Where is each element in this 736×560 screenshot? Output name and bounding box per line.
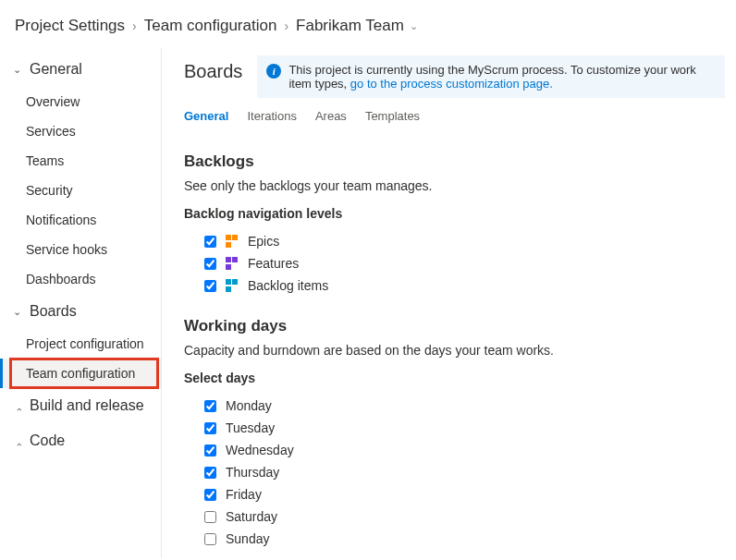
sidebar-item-service-hooks[interactable]: Service hooks [0,235,161,264]
backlogs-desc: See only the backlogs your team manages. [184,178,725,193]
day-row: Monday [184,395,725,417]
sidebar-group-label: General [30,61,82,78]
day-row: Wednesday [184,439,725,461]
day-label: Friday [226,487,262,502]
day-checkbox[interactable] [204,400,216,412]
sidebar-item-notifications[interactable]: Notifications [0,205,161,235]
day-checkbox[interactable] [204,489,216,501]
breadcrumb-team: Fabrikam Team [296,17,404,35]
backlog-level-label: Epics [248,234,279,249]
workingdays-heading: Working days [184,317,725,335]
highlight-box [9,358,159,389]
sidebar-group-build-and-release[interactable]: ›Build and release [0,388,161,423]
workingdays-desc: Capacity and burndown are based on the d… [184,343,725,358]
workingdays-section: Working days Capacity and burndown are b… [184,317,725,550]
sidebar-item-overview[interactable]: Overview [0,87,161,116]
sidebar-group-label: Boards [30,303,77,320]
sidebar-group-general[interactable]: ⌄General [0,52,161,87]
day-row: Thursday [184,461,725,483]
backlog-level-checkbox[interactable] [204,236,216,248]
day-checkbox[interactable] [204,422,216,434]
main-content: Boards i This project is currently using… [162,48,736,558]
chevron-icon: › [13,435,24,446]
day-checkbox[interactable] [204,533,216,545]
chevron-icon: ⌄ [13,64,24,76]
breadcrumb: Project Settings › Team configuration › … [0,0,736,48]
page-title: Boards [184,55,242,82]
features-icon [226,257,239,270]
day-row: Sunday [184,528,725,550]
backlog-levels-subhead: Backlog navigation levels [184,206,725,221]
chevron-right-icon: › [132,18,137,33]
tab-iterations[interactable]: Iterations [247,109,296,123]
sidebar-group-boards[interactable]: ⌄Boards [0,294,161,329]
backlog-icon [226,279,239,292]
info-banner: i This project is currently using the My… [257,55,725,98]
day-label: Tuesday [226,420,275,435]
info-banner-text: This project is currently using the MySc… [288,63,716,91]
breadcrumb-mid[interactable]: Team configuration [144,17,277,35]
day-row: Friday [184,483,725,505]
chevron-right-icon: › [284,18,288,33]
tab-templates[interactable]: Templates [365,109,420,123]
backlog-level-label: Features [248,256,299,271]
day-label: Thursday [226,465,279,480]
sidebar-item-security[interactable]: Security [0,176,161,205]
day-label: Wednesday [226,443,294,457]
sidebar-item-project-configuration[interactable]: Project configuration [0,329,161,359]
tabs: GeneralIterationsAreasTemplates [184,103,725,132]
backlogs-heading: Backlogs [184,152,725,171]
tab-areas[interactable]: Areas [315,109,347,123]
day-row: Saturday [184,505,725,528]
sidebar-group-label: Code [30,432,65,449]
sidebar-item-teams[interactable]: Teams [0,146,161,176]
sidebar-item-dashboards[interactable]: Dashboards [0,264,161,294]
day-label: Monday [226,398,272,413]
chevron-down-icon: ⌄ [410,20,418,32]
epics-icon [226,235,239,248]
day-label: Saturday [226,509,277,524]
chevron-icon: ⌄ [13,306,24,318]
info-icon: i [266,64,281,79]
day-label: Sunday [226,531,269,546]
day-checkbox[interactable] [204,467,216,479]
backlog-level-label: Backlog items [248,278,328,293]
process-customization-link[interactable]: go to the process customization page. [350,77,553,91]
sidebar-group-label: Build and release [30,397,144,414]
sidebar-item-services[interactable]: Services [0,116,161,146]
sidebar: ⌄GeneralOverviewServicesTeamsSecurityNot… [0,48,162,558]
select-days-subhead: Select days [184,371,725,385]
tab-general[interactable]: General [184,109,228,123]
backlog-level-row: Features [184,252,725,274]
sidebar-item-team-configuration[interactable]: Team configuration [0,359,161,388]
team-dropdown[interactable]: Fabrikam Team ⌄ [296,17,418,35]
chevron-icon: › [13,400,24,411]
backlogs-section: Backlogs See only the backlogs your team… [184,152,725,297]
day-checkbox[interactable] [204,444,216,457]
day-row: Tuesday [184,417,725,439]
day-checkbox[interactable] [204,511,216,523]
backlog-level-row: Backlog items [184,274,725,297]
backlog-level-checkbox[interactable] [204,280,216,292]
sidebar-group-code[interactable]: ›Code [0,423,161,458]
breadcrumb-root[interactable]: Project Settings [15,17,125,35]
backlog-level-checkbox[interactable] [204,258,216,270]
backlog-level-row: Epics [184,230,725,252]
